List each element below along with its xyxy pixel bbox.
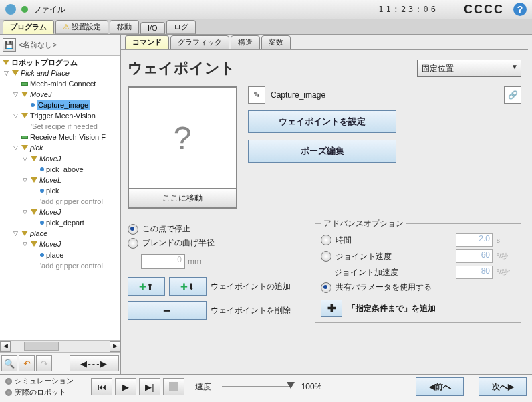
tree-set-recipe: 'Set recipe if needed — [31, 121, 120, 132]
edit-pose-button[interactable]: ポーズ編集 — [248, 140, 396, 163]
rewind-icon: ⏮ — [98, 382, 106, 392]
page-title: ウェイポイント — [128, 58, 417, 78]
set-waypoint-button[interactable]: ウェイポイントを設定 — [248, 110, 396, 133]
subtab-graphics[interactable]: グラフィック — [170, 35, 229, 49]
real-dot-icon — [5, 389, 12, 396]
program-tree[interactable]: ロボットプログラム Pick and Place Mech-mind Conne… — [0, 56, 120, 340]
status-dot-icon — [21, 6, 28, 13]
waypoint-icon — [40, 253, 44, 257]
tab-move[interactable]: 移動 — [110, 20, 139, 34]
stop-button[interactable] — [163, 378, 184, 395]
program-name: <名前なし> — [19, 40, 57, 50]
next-button[interactable]: 次へ ▶ — [479, 377, 527, 396]
search-button[interactable]: 🔍 — [1, 355, 17, 371]
add-until-button[interactable]: ✚ — [321, 300, 342, 317]
delete-waypoint-button[interactable]: ━ — [128, 301, 207, 320]
link-icon: 🔗 — [508, 90, 518, 100]
joint-speed-label: ジョイント速度 — [336, 251, 452, 262]
tree-place-root: place — [21, 228, 120, 239]
tree-movej-4: MoveJ — [31, 239, 120, 249]
blend-radius-unit: mm — [188, 257, 201, 266]
save-icon[interactable]: 💾 — [3, 38, 16, 52]
tree-pick-and-place: Pick and Place — [12, 68, 120, 78]
subtab-command[interactable]: コマンド — [125, 35, 169, 49]
move-here-button[interactable]: ここに移動 — [129, 188, 236, 207]
program-icon — [3, 60, 9, 65]
play-button[interactable]: ▶ — [115, 378, 136, 395]
move-icon — [21, 92, 28, 97]
stop-here-label: この点で停止 — [142, 223, 190, 235]
play-icon: ▶ — [122, 382, 129, 392]
rewind-button[interactable]: ⏮ — [91, 378, 112, 395]
stop-here-radio[interactable] — [128, 224, 138, 235]
tree-toolbar: 🔍 ↶ ↷ ◀---▶ — [0, 352, 120, 374]
scroll-right-icon[interactable]: ▶ — [110, 341, 120, 352]
plus-up-icon: ✚ — [139, 282, 146, 292]
sub-tab-row: コマンド グラフィック 構造 変数 — [121, 35, 528, 50]
tab-program[interactable]: プログラム — [3, 20, 54, 34]
position-type-value: 固定位置 — [422, 63, 454, 74]
prev-button[interactable]: ◀ 前へ — [416, 377, 464, 396]
move-icon — [31, 156, 37, 161]
waypoint-name: Capture_image — [271, 90, 325, 100]
tree-root: ロボットプログラム — [3, 57, 120, 68]
reorder-button[interactable]: ◀---▶ — [70, 355, 119, 371]
simulation-mode[interactable]: シミュレーション — [15, 376, 74, 386]
add-waypoint-label: ウェイポイントの追加 — [211, 281, 291, 292]
move-icon — [31, 209, 37, 215]
help-icon[interactable]: ? — [513, 3, 527, 16]
speed-slider[interactable] — [222, 386, 291, 387]
redo-button[interactable]: ↷ — [36, 355, 52, 371]
blend-radius-label: ブレンドの曲げ半径 — [142, 237, 215, 249]
tree-grip1: 'add gripper control — [40, 196, 120, 207]
add-waypoint-before-button[interactable]: ✚⬆ — [128, 277, 165, 296]
joint-accel-input[interactable]: 80 — [456, 266, 493, 279]
move-icon — [31, 177, 37, 183]
scroll-left-icon[interactable]: ◀ — [0, 341, 11, 352]
add-waypoint-after-button[interactable]: ✚⬇ — [169, 277, 207, 296]
warning-icon: ⚠ — [63, 23, 70, 31]
blend-radius-radio[interactable] — [128, 238, 138, 249]
preview-placeholder-icon: ? — [129, 88, 236, 188]
link-button[interactable]: 🔗 — [504, 86, 521, 104]
minus-icon: ━ — [164, 304, 170, 317]
file-menu[interactable]: ファイル — [33, 4, 65, 15]
pencil-icon: ✎ — [253, 90, 260, 100]
scroll-thumb[interactable] — [24, 342, 59, 351]
top-right-text: CCCC — [464, 3, 504, 17]
time-input[interactable]: 2.0 — [456, 233, 493, 247]
position-type-select[interactable]: 固定位置 — [417, 60, 521, 77]
advanced-legend: アドバンスオプション — [321, 218, 406, 229]
tree-hscrollbar[interactable]: ◀ ▶ — [0, 340, 120, 352]
waypoint-icon — [31, 103, 35, 107]
real-robot-mode[interactable]: 実際のロボット — [15, 387, 66, 397]
tree-capture-image: Capture_image — [31, 100, 120, 110]
subtab-structure[interactable]: 構造 — [231, 35, 260, 49]
step-button[interactable]: ▶| — [139, 378, 160, 395]
tree-mech-mind: Mech-mind Connect — [21, 78, 120, 89]
tree-header: 💾 <名前なし> — [0, 35, 120, 56]
joint-speed-input[interactable]: 60 — [456, 249, 493, 263]
time-radio[interactable] — [321, 235, 331, 245]
folder-icon — [21, 231, 28, 236]
undo-button[interactable]: ↶ — [19, 355, 35, 371]
tab-io[interactable]: I/O — [140, 22, 165, 34]
rename-button[interactable]: ✎ — [248, 86, 265, 104]
primary-tab-row: プログラム ⚠設置設定 移動 I/O ログ — [0, 19, 532, 35]
joint-speed-radio[interactable] — [321, 251, 331, 262]
slider-thumb-icon[interactable] — [287, 382, 295, 389]
waypoint-icon — [40, 189, 44, 193]
tab-installation[interactable]: ⚠設置設定 — [55, 20, 108, 34]
waypoint-icon — [40, 167, 44, 171]
blend-radius-input[interactable]: 0 — [141, 254, 185, 269]
tree-pick: pick — [40, 185, 120, 196]
stop-icon — [169, 382, 178, 391]
bottom-bar: シミュレーション 実際のロボット ⏮ ▶ ▶| 速度 100% ◀ 前へ 次へ … — [0, 374, 532, 402]
move-icon — [31, 241, 37, 247]
tab-log[interactable]: ログ — [166, 20, 196, 34]
joint-accel-label: ジョイント加速度 — [334, 267, 452, 278]
subtab-variables[interactable]: 変数 — [261, 35, 291, 49]
shared-params-radio[interactable] — [321, 282, 331, 293]
tree-movel-1: MoveL — [31, 175, 120, 185]
sim-dot-icon — [5, 378, 12, 385]
